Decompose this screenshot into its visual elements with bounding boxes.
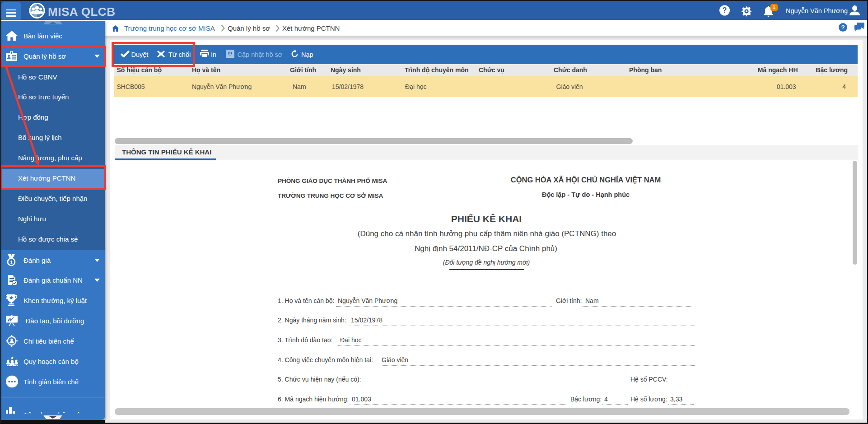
- svg-text:?: ?: [723, 6, 727, 14]
- svg-text:?: ?: [841, 24, 845, 31]
- svg-text:1: 1: [9, 259, 12, 265]
